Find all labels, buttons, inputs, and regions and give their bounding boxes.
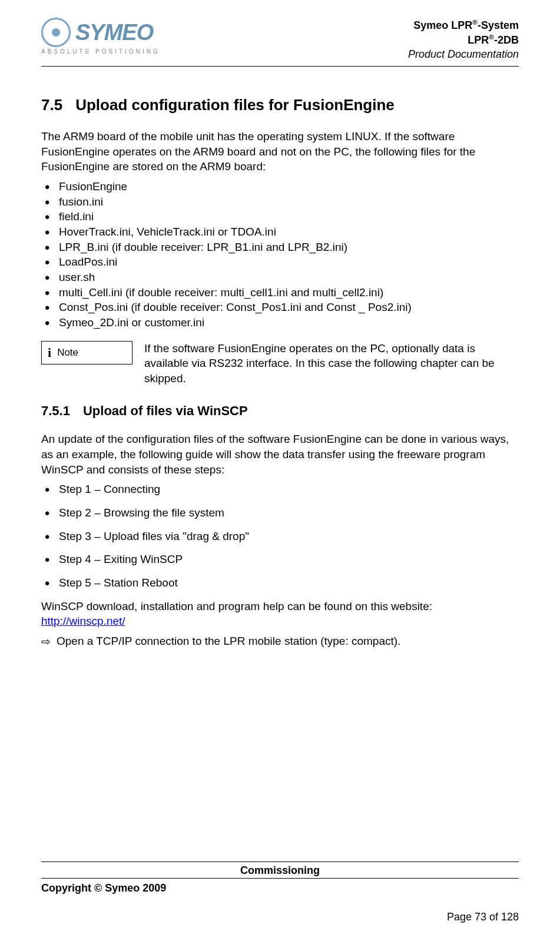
page-footer: Commissioning Copyright © Symeo 2009 Pag… bbox=[41, 862, 519, 923]
logo-tagline: ABSOLUTE POSITIONING bbox=[41, 48, 160, 55]
subsection-title: Upload of files via WinSCP bbox=[83, 403, 248, 418]
list-item: Step 2 – Browsing the file system bbox=[41, 505, 519, 521]
list-item: field.ini bbox=[41, 209, 519, 224]
section-title: Upload configuration files for FusionEng… bbox=[75, 96, 395, 114]
list-item: Step 3 – Upload files via "drag & drop" bbox=[41, 529, 519, 544]
footer-section: Commissioning bbox=[41, 862, 519, 879]
header-title-block: Symeo LPR®-System LPR®-2DB Product Docum… bbox=[408, 18, 519, 61]
files-list: FusionEngine fusion.ini field.ini HoverT… bbox=[41, 179, 519, 330]
page-header: SYMEO ABSOLUTE POSITIONING Symeo LPR®-Sy… bbox=[41, 18, 519, 67]
hdr-line2b: -2DB bbox=[494, 34, 519, 46]
subsection-number: 7.5.1 bbox=[41, 403, 70, 418]
steps-list: Step 1 – Connecting Step 2 – Browsing th… bbox=[41, 482, 519, 590]
hdr-line2-sup: ® bbox=[489, 33, 494, 41]
section-intro: The ARM9 board of the mobile unit has th… bbox=[41, 129, 519, 174]
instruction-line: ⇨ Open a TCP/IP connection to the LPR mo… bbox=[41, 635, 519, 648]
section-number: 7.5 bbox=[41, 96, 62, 114]
instruction-text: Open a TCP/IP connection to the LPR mobi… bbox=[57, 635, 400, 648]
list-item: Step 1 – Connecting bbox=[41, 482, 519, 497]
list-item: Const_Pos.ini (if double receiver: Const… bbox=[41, 300, 519, 315]
list-item: multi_Cell.ini (if double receiver: mult… bbox=[41, 285, 519, 300]
hdr-line3: Product Documentation bbox=[408, 48, 519, 61]
logo-block: SYMEO ABSOLUTE POSITIONING bbox=[41, 18, 160, 55]
section-heading: 7.5Upload configuration files for Fusion… bbox=[41, 96, 519, 114]
note-text: If the software FusionEngine operates on… bbox=[144, 341, 519, 386]
info-icon: i bbox=[48, 345, 51, 360]
list-item: Symeo_2D.ini or customer.ini bbox=[41, 315, 519, 330]
note-block: i Note If the software FusionEngine oper… bbox=[41, 341, 519, 386]
footer-copyright: Copyright © Symeo 2009 bbox=[41, 882, 519, 894]
hdr-line1-sup: ® bbox=[472, 18, 478, 26]
list-item: HoverTrack.ini, VehicleTrack.ini or TDOA… bbox=[41, 224, 519, 240]
list-item: fusion.ini bbox=[41, 194, 519, 210]
list-item: Step 5 – Station Reboot bbox=[41, 575, 519, 591]
list-item: Step 4 – Exiting WinSCP bbox=[41, 552, 519, 567]
list-item: LPR_B.ini (if double receiver: LPR_B1.in… bbox=[41, 240, 519, 255]
hdr-line1b: -System bbox=[478, 19, 519, 31]
hdr-line1a: Symeo LPR bbox=[413, 19, 472, 31]
download-link[interactable]: http://winscp.net/ bbox=[41, 615, 125, 627]
logo-text: SYMEO bbox=[75, 20, 153, 45]
download-text: WinSCP download, installation and progra… bbox=[41, 599, 519, 629]
list-item: LoadPos.ini bbox=[41, 254, 519, 270]
note-box: i Note bbox=[41, 341, 132, 365]
footer-page-number: Page 73 of 128 bbox=[41, 911, 519, 923]
note-label: Note bbox=[57, 347, 78, 359]
subsection-heading: 7.5.1Upload of files via WinSCP bbox=[41, 403, 519, 419]
arrow-icon: ⇨ bbox=[41, 635, 51, 648]
subsection-intro: An update of the configuration files of … bbox=[41, 432, 519, 477]
logo-icon bbox=[41, 18, 71, 47]
list-item: FusionEngine bbox=[41, 179, 519, 194]
download-label: WinSCP download, installation and progra… bbox=[41, 600, 432, 612]
hdr-line2a: LPR bbox=[468, 34, 489, 46]
list-item: user.sh bbox=[41, 270, 519, 285]
